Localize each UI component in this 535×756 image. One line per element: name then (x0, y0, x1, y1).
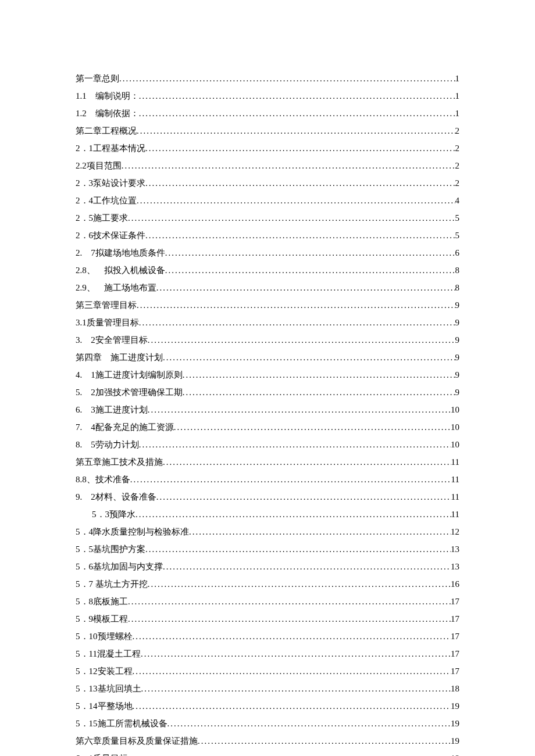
toc-label: 第五章施工技术及措施 (76, 453, 163, 471)
toc-entry: 8.8、技术准备11 (76, 471, 459, 488)
toc-entry: 5．10预埋螺栓17 (76, 628, 459, 645)
toc-page-number: 9 (455, 331, 460, 349)
toc-leader-dots (122, 157, 455, 174)
toc-page-number: 2 (455, 157, 460, 174)
toc-entry: 5．11混凝土工程17 (76, 645, 459, 662)
toc-leader-dots (133, 662, 451, 680)
toc-page-number: 8 (455, 279, 460, 296)
toc-leader-dots (183, 366, 455, 384)
toc-page-number: 4 (455, 192, 460, 209)
toc-entry: 8. 5劳动力计划10 (76, 436, 459, 453)
toc-entry: 5．12安装工程17 (76, 662, 459, 680)
toc-label: 2．4工作坑位置 (76, 192, 137, 209)
toc-page-number: 9 (455, 349, 460, 366)
toc-leader-dots (145, 139, 455, 157)
toc-page-number: 17 (451, 610, 459, 628)
toc-page-number: 13 (451, 540, 459, 558)
toc-page-number: 2 (455, 174, 460, 192)
toc-leader-dots (189, 523, 451, 540)
table-of-contents: 第一章总则11.1 编制说明：11.2 编制依据：1第二章工程概况22．1工程基… (76, 70, 459, 756)
toc-leader-dots (128, 610, 451, 628)
toc-leader-dots (130, 471, 451, 488)
toc-entry: 2. 7拟建场地地质条件6 (76, 244, 459, 261)
toc-label: 第六章质量目标及质量保证措施 (76, 732, 198, 750)
toc-entry: 1.2 编制依据：1 (76, 105, 459, 122)
toc-entry: 5．7 基坑土方开挖 16 (76, 575, 459, 593)
toc-page-number: 16 (451, 575, 459, 593)
toc-entry: 2.2项目范围2 (76, 157, 459, 174)
toc-page-number: 11 (451, 471, 459, 488)
toc-leader-dots (167, 715, 451, 732)
toc-leader-dots (137, 122, 455, 139)
toc-leader-dots (198, 732, 451, 750)
toc-label: 5．4降水质量控制与检验标准 (76, 523, 189, 540)
document-page: 第一章总则11.1 编制说明：11.2 编制依据：1第二章工程概况22．1工程基… (0, 0, 535, 756)
toc-entry: 5．3预降水11 (76, 506, 459, 523)
toc-page-number: 18 (451, 680, 459, 697)
toc-label: 9. 2材料、设备准备 (76, 488, 156, 506)
toc-label: 5．13基坑回填土 (76, 680, 141, 697)
toc-entry: 6．1质量目标19 (76, 750, 459, 756)
toc-entry: 7. 4配备充足的施工资源10 (76, 418, 459, 436)
toc-leader-dots (128, 209, 455, 227)
toc-page-number: 10 (451, 401, 459, 418)
toc-page-number: 17 (451, 628, 459, 645)
toc-label: 2．5施工要求 (76, 209, 128, 227)
toc-page-number: 2 (455, 122, 460, 139)
toc-label: 8. 5劳动力计划 (76, 436, 139, 453)
toc-leader-dots (139, 314, 455, 331)
toc-entry: 3.1质量管理目标9 (76, 314, 459, 331)
toc-page-number: 13 (451, 558, 459, 575)
toc-entry: 5．15施工所需机械设备19 (76, 715, 459, 732)
toc-entry: 5．13基坑回填土 18 (76, 680, 459, 697)
toc-page-number: 9 (455, 296, 460, 314)
toc-leader-dots (137, 296, 455, 314)
toc-label: 第三章管理目标 (76, 296, 137, 314)
toc-label: 1.2 编制依据： (76, 105, 139, 122)
toc-page-number: 9 (455, 384, 460, 401)
toc-page-number: 9 (455, 314, 460, 331)
toc-label: 6．1质量目标 (76, 750, 128, 756)
toc-page-number: 1 (455, 87, 460, 105)
toc-leader-dots (156, 488, 451, 506)
toc-label: 2．3泵站设计要求 (76, 174, 145, 192)
toc-page-number: 17 (451, 662, 459, 680)
toc-label: 3. 2安全管理目标 (76, 331, 148, 349)
toc-label: 5. 2加强技术管理确保工期 (76, 384, 183, 401)
toc-label: 5．5基坑围护方案 (76, 540, 145, 558)
toc-page-number: 10 (451, 418, 459, 436)
toc-leader-dots (156, 279, 455, 296)
toc-page-number: 10 (451, 436, 459, 453)
toc-entry: 5．5基坑围护方案13 (76, 540, 459, 558)
toc-leader-dots (163, 558, 451, 575)
toc-entry: 5. 2加强技术管理确保工期9 (76, 384, 459, 401)
toc-label: 5．11混凝土工程 (76, 645, 141, 662)
toc-label: 2.9、 施工场地布置 (76, 279, 156, 296)
toc-label: 5．6基坑加固与内支撑 (76, 558, 163, 575)
toc-leader-dots (148, 401, 451, 418)
toc-label: 5．14平整场地 (76, 697, 133, 715)
toc-page-number: 19 (451, 732, 459, 750)
toc-label: 2．6技术保证条件 (76, 227, 145, 244)
toc-label: 5．7 基坑土方开挖 (76, 575, 148, 593)
toc-page-number: 9 (455, 366, 460, 384)
toc-page-number: 12 (451, 523, 459, 540)
toc-page-number: 1 (455, 70, 460, 87)
toc-leader-dots (135, 506, 451, 523)
toc-entry: 第二章工程概况2 (76, 122, 459, 139)
toc-entry: 1.1 编制说明：1 (76, 87, 459, 105)
toc-entry: 2．1工程基本情况2 (76, 139, 459, 157)
toc-entry: 第四章 施工进度计划9 (76, 349, 459, 366)
toc-label: 第四章 施工进度计划 (76, 349, 163, 366)
toc-entry: 2．3泵站设计要求2 (76, 174, 459, 192)
toc-leader-dots (137, 192, 455, 209)
toc-entry: 5．14平整场地19 (76, 697, 459, 715)
toc-page-number: 2 (455, 139, 460, 157)
toc-label: 5．8底板施工 (76, 593, 128, 610)
toc-label: 5．12安装工程 (76, 662, 133, 680)
toc-label: 4. 1施工进度计划编制原则 (76, 366, 183, 384)
toc-page-number: 19 (451, 697, 459, 715)
toc-page-number: 11 (451, 488, 459, 506)
toc-leader-dots (148, 575, 451, 593)
toc-label: 5．15施工所需机械设备 (76, 715, 167, 732)
